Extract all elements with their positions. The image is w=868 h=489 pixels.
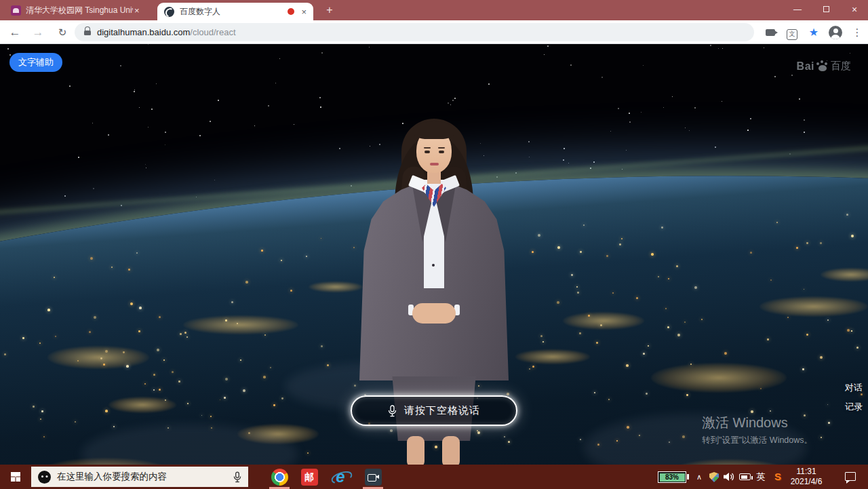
internet-explorer-icon: e [332,469,349,486]
taskbar-mail-button[interactable]: 邮 [297,467,321,486]
avatar-lips [430,163,439,165]
forward-button[interactable]: → [30,24,46,41]
start-button[interactable] [0,465,31,489]
chrome-icon [271,469,288,486]
screen: 清华大学校园网 Tsinghua Univ × 百度数字人 × + — × ← … [0,0,868,489]
window-close-button[interactable]: × [841,0,868,20]
text-assist-button[interactable]: 文字辅助 [9,53,62,72]
time: 11:31 [785,467,827,477]
search-mic-icon[interactable] [233,471,241,483]
avatar-eye [425,151,430,153]
avatar-hair-fringe [414,121,454,139]
ime-indicator[interactable]: 英 [754,465,768,489]
tab-close-icon[interactable]: × [134,5,140,16]
tsinghua-favicon [11,5,21,16]
side-menu: 对话 记录 [845,382,863,420]
defender-shield-icon[interactable] [709,472,719,482]
avatar-jacket-button [432,264,435,267]
microphone-icon [388,405,397,417]
profile-avatar-button[interactable] [827,24,844,41]
address-bar[interactable]: digitalhuman.baidu.com/cloud/react [75,23,754,41]
browser-toolbar: ← → ↻ digitalhuman.baidu.com/cloud/react… [0,20,868,44]
date: 2021/4/6 [785,477,827,487]
avatar-leg [442,436,460,465]
tab-tsinghua[interactable]: 清华大学校园网 Tsinghua Univ × [7,0,157,20]
globe-favicon [164,7,174,17]
taskbar-clock[interactable]: 11:31 2021/4/6 [785,467,827,489]
lock-icon [84,29,91,35]
record-menu-item[interactable]: 记录 [845,401,863,413]
window-minimize-button[interactable]: — [784,0,811,20]
browser-tab-strip: 清华大学校园网 Tsinghua Univ × 百度数字人 × + — × [0,0,868,20]
refresh-button[interactable]: ↻ [54,24,71,41]
speaker-icon[interactable] [723,472,735,482]
taskbar-search-box[interactable]: 在这里输入你要搜索的内容 [31,467,248,487]
windows-logo-icon [11,472,20,482]
camera-permission-icon[interactable] [762,24,778,41]
browser-menu-icon[interactable]: ⋮ [849,24,865,41]
tray-expand-icon[interactable]: ∧ [693,465,705,489]
windows-taskbar: 在这里输入你要搜索的内容 邮 e 83% ∧ 英 S [0,465,868,489]
recording-indicator-icon [288,8,294,15]
battery-tray-icon[interactable] [739,473,751,480]
url-text: digitalhuman.baidu.com/cloud/react [97,27,236,37]
baidu-paw-icon [816,60,829,72]
mail-icon: 邮 [301,469,318,486]
page-viewport: 文字辅助 Bai 百度 请按下空格说话 对话 记录 激活 Windows 转到"… [0,44,868,465]
new-tab-button[interactable]: + [321,3,338,18]
tab-digital-human[interactable]: 百度数字人 × [157,3,313,20]
translate-icon[interactable]: 文 [784,24,800,41]
taskbar-camera-button[interactable] [361,467,385,486]
action-center-icon[interactable] [845,472,856,481]
tab-title: 百度数字人 [180,6,285,18]
avatar-eye [439,151,444,153]
search-assistant-icon [38,471,51,484]
battery-level-badge[interactable]: 83% [658,471,686,483]
avatar-hands [412,303,456,324]
back-button[interactable]: ← [7,24,23,41]
window-maximize-button[interactable] [812,0,840,20]
sogou-input-icon[interactable]: S [772,465,784,489]
avatar-brow [438,147,445,149]
search-placeholder: 在这里输入你要搜索的内容 [57,471,233,483]
bookmark-star-icon[interactable]: ★ [806,24,822,41]
maximize-icon [823,6,829,12]
tab-close-icon[interactable]: × [301,7,307,17]
activate-windows-watermark: 激活 Windows 转到"设置"以激活 Windows。 [702,414,812,446]
baidu-watermark: Bai 百度 [797,60,851,73]
tab-title: 清华大学校园网 Tsinghua Univ [26,5,133,16]
avatar-leg [407,436,425,465]
taskbar-ie-button[interactable]: e [328,467,353,486]
dialog-menu-item[interactable]: 对话 [845,382,863,394]
avatar-icon [829,26,842,39]
video-camera-icon [365,469,382,486]
taskbar-chrome-button[interactable] [267,467,292,486]
battery-nub [687,474,689,480]
push-to-talk-button[interactable]: 请按下空格说话 [351,395,517,426]
battery-percent: 83% [660,473,685,482]
avatar-brow [424,147,431,149]
